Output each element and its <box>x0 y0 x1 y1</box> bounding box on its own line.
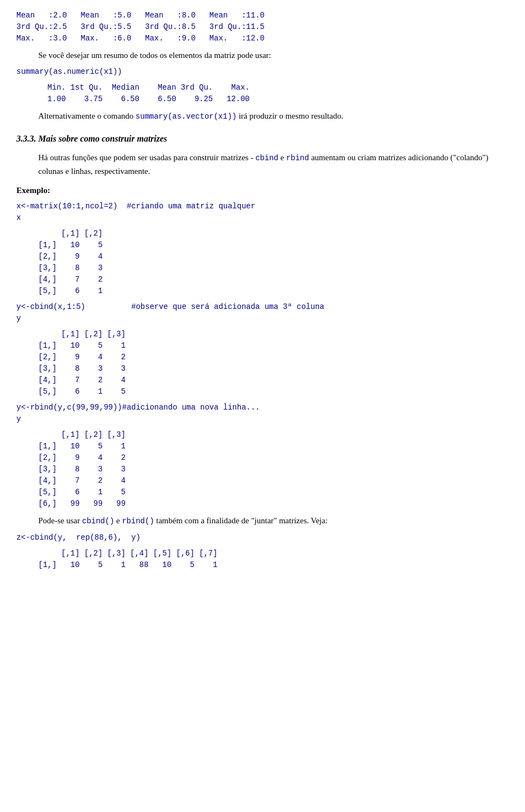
code-cbind2: cbind() <box>82 517 114 525</box>
code-cbind-z: z<-cbind(y, rep(88,6), y) <box>16 532 509 544</box>
prose-cbind-mid: e <box>278 153 286 162</box>
code-matrix-x: x<-matrix(10:1,ncol=2) #criando uma matr… <box>16 201 509 224</box>
prose-juntar-mid: e <box>114 516 122 525</box>
prose-summary-intro: Se você desejar um resumo de todos os el… <box>38 49 509 62</box>
prose-juntar: Pode-se usar cbind() e rbind() também co… <box>38 514 509 527</box>
top-stats-row3: Max. :3.0 Max. :6.0 Max. :9.0 Max. :12.0 <box>16 33 509 44</box>
code-summary-vector: summary(as.vector(x1)) <box>136 112 237 121</box>
summary-output: Min. 1st Qu. Median Mean 3rd Qu. Max. 1.… <box>38 82 509 105</box>
prose-cbind-rbind-intro: Há outras funções que podem ser usadas p… <box>38 151 509 177</box>
top-stats-row1: Mean :2.0 Mean :5.0 Mean :8.0 Mean :11.0 <box>16 10 509 21</box>
top-stats-row2: 3rd Qu.:2.5 3rd Qu.:5.5 3rd Qu.:8.5 3rd … <box>16 21 509 33</box>
prose-alternatively: Alternativamente o comando summary(as.ve… <box>38 109 509 122</box>
matrix-x-output: [,1] [,2] [1,] 10 5 [2,] 9 4 [3,] 8 3 [4… <box>38 228 509 297</box>
matrix-y2-output: [,1] [,2] [,3] [1,] 10 5 1 [2,] 9 4 2 [3… <box>38 429 509 510</box>
section-heading-333: 3.3.3. Mais sobre como construir matrize… <box>16 132 509 145</box>
code-cbind-y: y<-cbind(x,1:5) #observe que será adicio… <box>16 301 509 324</box>
code-summary-numeric: summary(as.numeric(x1)) <box>16 66 509 78</box>
example-label: Exemplo: <box>16 184 509 197</box>
code-cbind-ref: cbind <box>255 154 278 162</box>
prose-alt-before: Alternativamente o comando <box>38 112 136 120</box>
prose-alt-after: irá produzir o mesmo resultado. <box>237 112 343 120</box>
prose-juntar-after: também com a finalidade de "juntar" matr… <box>154 516 328 525</box>
code-rbind2: rbind() <box>122 517 154 525</box>
code-rbind-ref: rbind <box>286 154 309 162</box>
top-stats-block: Mean :2.0 Mean :5.0 Mean :8.0 Mean :11.0… <box>16 10 509 44</box>
matrix-y1-output: [,1] [,2] [,3] [1,] 10 5 1 [2,] 9 4 2 [3… <box>38 329 509 398</box>
matrix-z-output: [,1] [,2] [,3] [,4] [,5] [,6] [,7] [1,] … <box>38 548 509 571</box>
prose-juntar-before: Pode-se usar <box>38 516 82 525</box>
code-rbind-y: y<-rbind(y,c(99,99,99))#adicionando uma … <box>16 402 509 425</box>
prose-cbind-before: Há outras funções que podem ser usadas p… <box>38 153 255 162</box>
